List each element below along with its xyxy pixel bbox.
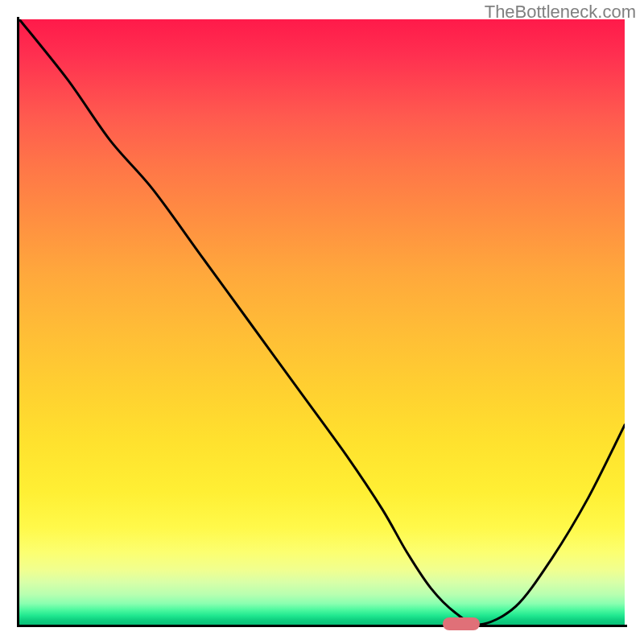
plot-area — [19, 19, 625, 625]
curve-svg — [19, 19, 625, 625]
bottleneck-curve-path — [19, 19, 625, 625]
bottleneck-chart: TheBottleneck.com — [0, 0, 644, 644]
x-axis — [17, 625, 627, 627]
optimal-range-marker — [443, 617, 479, 630]
watermark-text: TheBottleneck.com — [485, 2, 636, 23]
